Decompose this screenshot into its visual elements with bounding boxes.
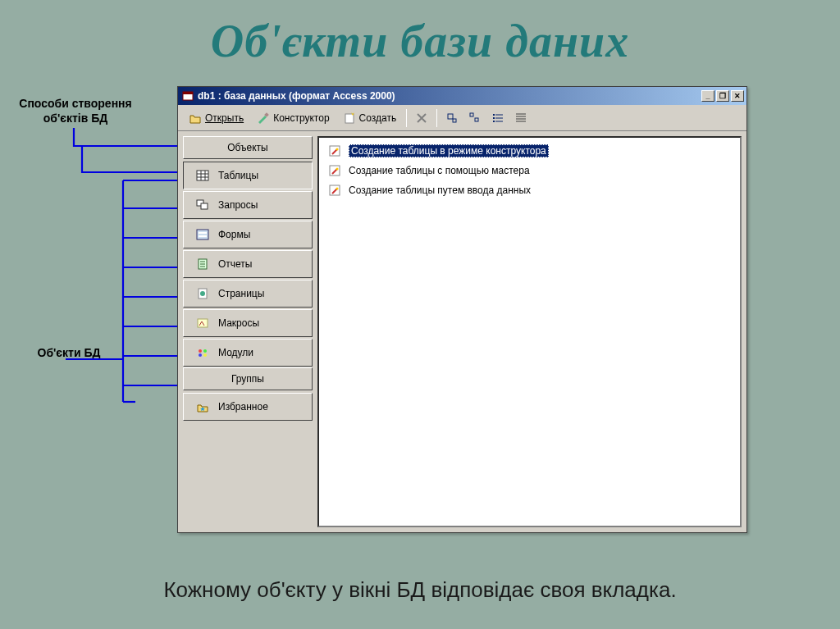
app-icon <box>181 89 194 103</box>
content-item-label: Создание таблицы в режиме конструктора <box>349 144 549 157</box>
maximize-button[interactable]: ❐ <box>716 90 729 102</box>
callout-db-objects: Об'єкти БД <box>20 346 118 361</box>
sidebar-item-pages[interactable]: Страницы <box>183 280 313 308</box>
minimize-button[interactable]: _ <box>701 90 714 102</box>
svg-rect-29 <box>197 171 208 180</box>
groups-header: Группы <box>183 367 313 390</box>
svg-rect-16 <box>453 119 456 122</box>
svg-point-51 <box>336 148 339 151</box>
module-icon <box>195 345 210 360</box>
slide-footer: Кожному об'єкту у вікні БД відповідає св… <box>0 577 840 603</box>
open-icon <box>189 112 202 125</box>
objects-header: Объекты <box>183 136 313 159</box>
large-icons-icon <box>445 112 459 125</box>
sidebar-item-label: Модули <box>218 347 253 358</box>
svg-rect-23 <box>493 117 495 119</box>
list-view-button[interactable] <box>487 108 509 128</box>
open-label: Открыть <box>205 112 244 124</box>
create-table-entering-data[interactable]: Создание таблицы путем ввода данных <box>324 180 735 200</box>
svg-point-55 <box>336 188 339 190</box>
wizard-icon <box>327 183 342 198</box>
sidebar-item-queries[interactable]: Запросы <box>183 191 313 219</box>
table-icon <box>195 168 210 183</box>
svg-point-53 <box>336 168 339 171</box>
svg-point-46 <box>199 349 202 353</box>
form-icon <box>195 227 210 242</box>
sidebar-item-label: Отчеты <box>218 258 252 270</box>
page-icon <box>195 286 210 301</box>
svg-rect-12 <box>183 92 193 94</box>
open-button[interactable]: Открыть <box>183 108 249 128</box>
svg-rect-38 <box>199 235 207 237</box>
window-title: db1 : база данных (формат Access 2000) <box>198 90 701 102</box>
sidebar-item-label: Страницы <box>218 288 264 299</box>
toolbar-separator <box>406 109 407 127</box>
sidebar-item-label: Избранное <box>218 401 268 412</box>
report-icon <box>195 257 210 271</box>
sidebar: Объекты Таблицы Запросы Формы Отчеты Стр… <box>183 136 313 527</box>
delete-icon <box>415 112 428 125</box>
svg-point-47 <box>203 349 207 353</box>
access-db-window: db1 : база данных (формат Access 2000) _… <box>177 86 747 533</box>
design-button[interactable]: Конструктор <box>251 108 335 128</box>
create-label: Создать <box>359 112 397 124</box>
list-icon <box>491 112 504 125</box>
create-icon <box>343 112 356 125</box>
svg-point-44 <box>200 291 205 296</box>
wizard-icon <box>327 163 342 178</box>
svg-rect-18 <box>475 118 478 121</box>
sidebar-item-label: Формы <box>218 229 250 240</box>
design-label: Конструктор <box>273 112 329 124</box>
small-icons-icon <box>468 112 482 125</box>
query-icon <box>195 198 210 212</box>
delete-button[interactable] <box>411 108 432 128</box>
favorites-icon <box>195 399 210 414</box>
create-table-wizard[interactable]: Создание таблицы с помощью мастера <box>324 161 735 180</box>
details-icon <box>514 112 527 125</box>
svg-rect-22 <box>493 114 495 116</box>
svg-rect-14 <box>345 114 354 123</box>
small-icons-button[interactable] <box>464 108 486 128</box>
sidebar-item-favorites[interactable]: Избранное <box>183 393 313 421</box>
content-item-label: Создание таблицы путем ввода данных <box>349 185 531 196</box>
callout-creation-methods: Способи створення об'єктів БД <box>10 97 141 125</box>
sidebar-item-forms[interactable]: Формы <box>183 221 313 248</box>
svg-rect-24 <box>493 121 495 122</box>
details-view-button[interactable] <box>510 108 532 128</box>
slide-title: Об'єкти бази даних <box>0 0 840 72</box>
macro-icon <box>195 316 210 330</box>
svg-rect-37 <box>199 232 207 234</box>
titlebar[interactable]: db1 : база данных (формат Access 2000) _… <box>178 87 746 105</box>
sidebar-item-label: Макросы <box>218 317 259 329</box>
wizard-icon <box>327 144 342 158</box>
content-item-label: Создание таблицы с помощью мастера <box>349 165 530 176</box>
svg-rect-36 <box>197 230 208 239</box>
svg-rect-35 <box>201 203 208 209</box>
svg-rect-17 <box>470 113 473 116</box>
create-button[interactable]: Создать <box>337 108 403 128</box>
toolbar-separator <box>436 109 437 127</box>
create-table-design-view[interactable]: Создание таблицы в режиме конструктора <box>324 141 735 161</box>
sidebar-item-label: Запросы <box>218 199 258 211</box>
toolbar: Открыть Конструктор Создать <box>178 105 746 131</box>
svg-point-48 <box>199 353 202 357</box>
sidebar-item-modules[interactable]: Модули <box>183 339 313 367</box>
svg-point-49 <box>203 353 207 357</box>
sidebar-item-reports[interactable]: Отчеты <box>183 250 313 278</box>
sidebar-item-macros[interactable]: Макросы <box>183 309 313 337</box>
sidebar-item-tables[interactable]: Таблицы <box>183 162 313 189</box>
content-pane: Создание таблицы в режиме конструктора С… <box>317 136 742 527</box>
sidebar-item-label: Таблицы <box>218 170 258 181</box>
large-icons-button[interactable] <box>441 108 463 128</box>
svg-rect-15 <box>448 114 453 119</box>
design-icon <box>257 112 270 125</box>
close-button[interactable]: ✕ <box>731 90 744 102</box>
